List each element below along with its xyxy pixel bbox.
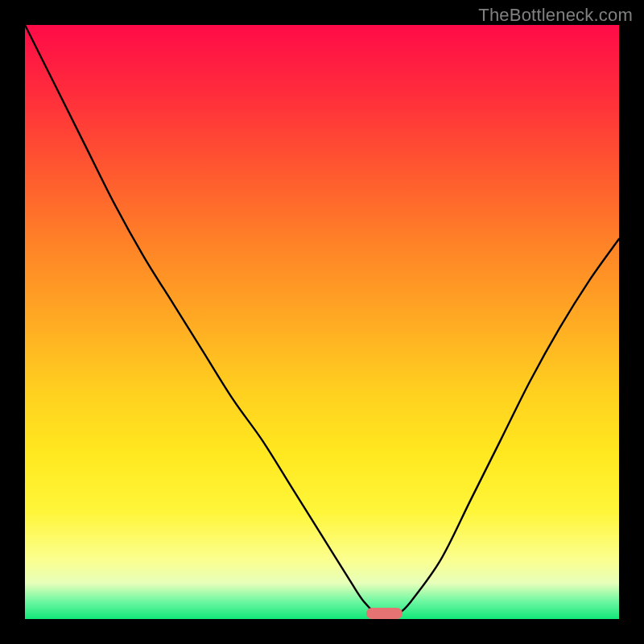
bottleneck-curve xyxy=(25,25,619,619)
optimal-marker xyxy=(366,608,402,619)
plot-area xyxy=(25,25,619,619)
chart-frame: TheBottleneck.com xyxy=(0,0,644,644)
watermark-text: TheBottleneck.com xyxy=(478,5,633,26)
